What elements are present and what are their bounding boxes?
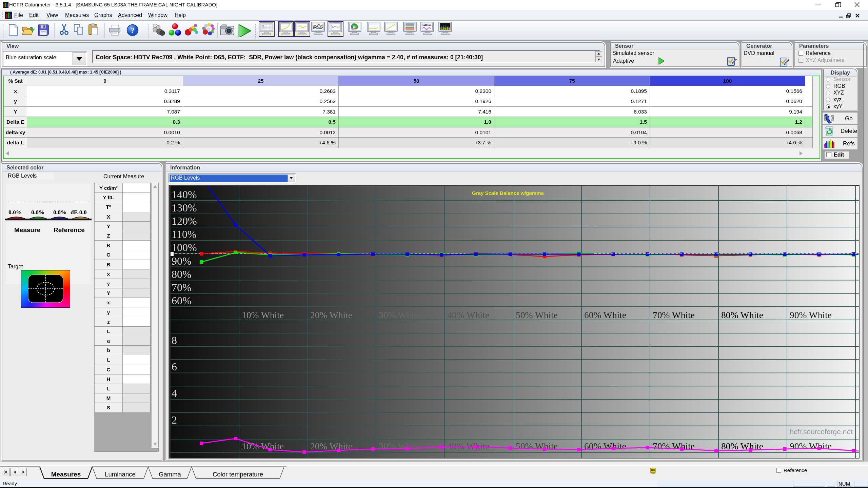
svg-text:120%: 120% [172, 215, 197, 227]
svg-text:40% White: 40% White [447, 441, 489, 451]
svg-text:60%: 60% [172, 294, 192, 307]
svg-text:70% White: 70% White [653, 310, 695, 320]
svg-text:6: 6 [172, 361, 177, 373]
svg-text:90% White: 90% White [790, 310, 832, 320]
svg-text:hcfr.sourceforge.net: hcfr.sourceforge.net [790, 428, 853, 435]
svg-text:Color temperature: Color temperature [213, 471, 263, 478]
svg-text:90%: 90% [172, 255, 192, 267]
svg-text:30% White: 30% White [379, 310, 421, 320]
svg-text:50% White: 50% White [516, 310, 558, 320]
svg-text:80% White: 80% White [721, 310, 763, 320]
svg-text:2: 2 [172, 414, 177, 426]
svg-text:30% White: 30% White [379, 441, 421, 451]
svg-text:110%: 110% [172, 228, 196, 240]
svg-text:50% White: 50% White [516, 441, 558, 451]
svg-text:10% White: 10% White [242, 310, 284, 320]
svg-text:40% White: 40% White [447, 310, 489, 320]
svg-text:20% White: 20% White [310, 310, 352, 320]
svg-text:4: 4 [172, 387, 177, 399]
svg-text:140%: 140% [172, 188, 197, 201]
svg-text:100%: 100% [172, 241, 197, 253]
svg-text:130%: 130% [172, 202, 197, 214]
svg-text:Gamma: Gamma [159, 471, 181, 478]
svg-text:Luminance: Luminance [105, 471, 136, 478]
svg-text:80%: 80% [172, 268, 192, 280]
svg-text:?: ? [131, 26, 135, 35]
svg-text:8: 8 [172, 334, 177, 346]
svg-text:70%: 70% [172, 281, 192, 293]
svg-text:90% White: 90% White [790, 441, 832, 451]
svg-text:60% White: 60% White [584, 441, 626, 451]
svg-text:Measures: Measures [51, 471, 81, 478]
svg-text:60% White: 60% White [584, 310, 626, 320]
svg-text:Gray Scale Balance w/gamma: Gray Scale Balance w/gamma [472, 190, 544, 196]
